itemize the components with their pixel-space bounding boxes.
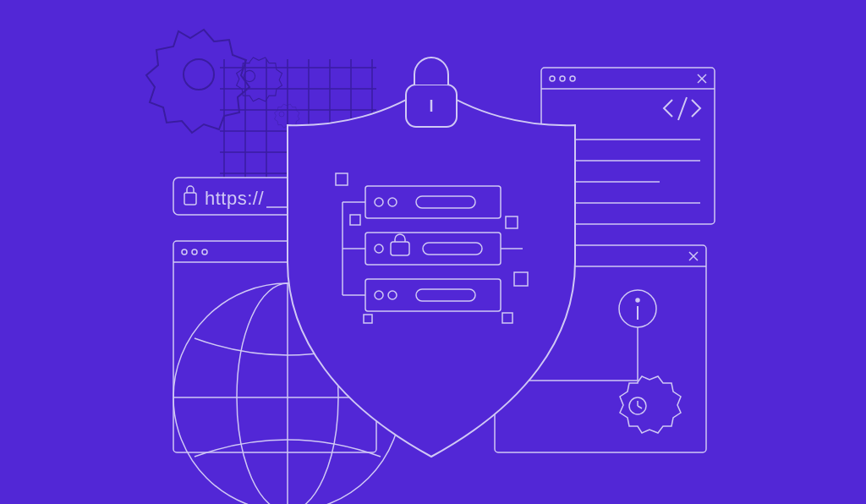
svg-point-49 — [636, 299, 639, 302]
gear-icon-info — [620, 376, 681, 433]
svg-point-19 — [182, 249, 187, 255]
svg-point-33 — [570, 76, 575, 81]
svg-point-20 — [192, 249, 197, 255]
security-illustration — [0, 0, 866, 504]
svg-point-14 — [184, 59, 214, 90]
svg-rect-27 — [184, 193, 196, 205]
svg-line-36 — [678, 97, 687, 120]
svg-point-21 — [202, 249, 207, 255]
padlock-icon — [406, 58, 457, 127]
svg-point-31 — [550, 76, 555, 81]
shield-icon — [288, 85, 575, 457]
info-icon — [619, 290, 656, 327]
url-prefix-text: https:// — [205, 188, 264, 210]
svg-point-16 — [279, 112, 284, 117]
gear-icon-dark-large — [146, 30, 249, 133]
code-icon — [664, 97, 700, 120]
svg-line-56 — [638, 406, 642, 408]
svg-point-32 — [560, 76, 565, 81]
